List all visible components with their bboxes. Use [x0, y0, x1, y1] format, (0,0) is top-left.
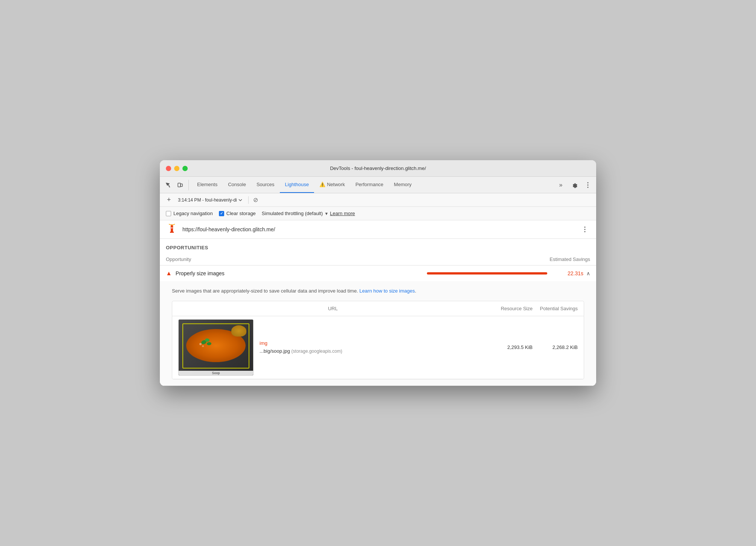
savings-value: 22.31s	[553, 270, 583, 276]
opportunity-title: Properly size images	[176, 270, 427, 276]
svg-point-12	[584, 229, 586, 230]
more-options-button[interactable]	[583, 180, 593, 190]
window-title: DevTools - foul-heavenly-direction.glitc…	[330, 165, 426, 171]
settings-button[interactable]	[569, 180, 580, 190]
tab-sources[interactable]: Sources	[251, 177, 280, 193]
table-header: Opportunity Estimated Savings	[160, 253, 596, 265]
main-content: https://foul-heavenly-direction.glitch.m…	[160, 220, 596, 386]
device-toolbar-button[interactable]	[175, 180, 185, 190]
opportunity-col-header: Opportunity	[166, 256, 534, 262]
resource-size-value: 2,293.5 KiB	[487, 344, 533, 350]
svg-point-3	[587, 184, 589, 185]
learn-how-link[interactable]: Learn how to size images	[360, 288, 415, 294]
page-url: https://foul-heavenly-direction.glitch.m…	[182, 226, 575, 232]
soup-image: Soop	[179, 320, 253, 375]
svg-point-11	[584, 227, 586, 228]
resource-size-col-header: Resource Size	[487, 306, 533, 311]
tab-network[interactable]: ⚠️ Network	[314, 177, 350, 193]
traffic-lights	[166, 166, 188, 171]
svg-rect-10	[172, 227, 173, 229]
close-button[interactable]	[166, 166, 171, 171]
warning-triangle-icon: ▲	[166, 270, 172, 277]
inner-table-header: URL Resource Size Potential Savings	[172, 301, 584, 316]
inspect-element-button[interactable]	[163, 180, 173, 190]
tab-performance[interactable]: Performance	[350, 177, 389, 193]
throttling-select[interactable]: Simulated throttling (default) ▼ Learn m…	[262, 211, 355, 216]
options-bar: Legacy navigation ✓ Clear storage Simula…	[160, 207, 596, 220]
svg-rect-7	[170, 232, 174, 233]
highlight-box	[182, 323, 249, 369]
url-col-header: URL	[178, 306, 487, 311]
minimize-button[interactable]	[174, 166, 179, 171]
html-tag-label: img	[260, 340, 487, 346]
row-url-section: img ...big/soop.jpg (storage.googleapis.…	[260, 340, 487, 354]
opportunities-section-header: OPPORTUNITIES	[160, 239, 596, 253]
opportunity-row-header[interactable]: ▲ Properly size images 22.31s ∧	[160, 265, 596, 281]
svg-point-4	[587, 187, 589, 188]
maximize-button[interactable]	[182, 166, 188, 171]
tab-lighthouse[interactable]: Lighthouse	[280, 177, 314, 193]
add-session-button[interactable]: +	[164, 196, 173, 205]
svg-rect-1	[181, 184, 182, 187]
url-menu-button[interactable]	[580, 224, 590, 235]
secondary-toolbar: + 3:14:14 PM - foul-heavenly-di ⊘	[160, 193, 596, 207]
toolbar-icons	[163, 180, 189, 190]
image-details-table: URL Resource Size Potential Savings	[172, 301, 584, 379]
svg-point-13	[584, 231, 586, 232]
table-row: Soop img ...big/soop.jpg (storage	[172, 316, 584, 379]
separator	[248, 196, 249, 204]
svg-point-2	[587, 182, 589, 183]
throttle-arrow-icon: ▼	[324, 211, 328, 216]
more-tabs-button[interactable]: »	[556, 180, 566, 190]
image-domain: (storage.googleapis.com)	[291, 349, 342, 354]
tab-console[interactable]: Console	[223, 177, 251, 193]
estimated-savings-col-header: Estimated Savings	[534, 256, 590, 262]
url-bar: https://foul-heavenly-direction.glitch.m…	[160, 220, 596, 239]
clear-storage-checkbox[interactable]: ✓ Clear storage	[219, 211, 256, 216]
opportunity-detail: Serve images that are appropriately-size…	[160, 281, 596, 385]
no-entry-icon[interactable]: ⊘	[253, 196, 258, 203]
lighthouse-logo-icon	[166, 223, 178, 235]
legacy-nav-checkbox-box	[166, 211, 171, 216]
devtools-toolbar: Elements Console Sources Lighthouse ⚠️ N…	[160, 177, 596, 193]
savings-bar	[427, 272, 547, 275]
potential-savings-value: 2,268.2 KiB	[533, 344, 578, 350]
tab-elements[interactable]: Elements	[192, 177, 223, 193]
svg-line-9	[172, 224, 175, 225]
svg-line-8	[169, 224, 172, 225]
legacy-navigation-checkbox[interactable]: Legacy navigation	[166, 211, 213, 216]
tabs-list: Elements Console Sources Lighthouse ⚠️ N…	[192, 177, 556, 193]
opportunity-description: Serve images that are appropriately-size…	[172, 287, 584, 295]
network-warning-icon: ⚠️	[319, 182, 325, 187]
toolbar-right: »	[556, 180, 593, 190]
potential-savings-col-header: Potential Savings	[533, 306, 578, 311]
title-bar: DevTools - foul-heavenly-direction.glitc…	[160, 160, 596, 177]
session-selector[interactable]: 3:14:14 PM - foul-heavenly-di	[176, 197, 244, 203]
image-filename: ...big/soop.jpg (storage.googleapis.com)	[260, 348, 342, 354]
image-thumbnail: Soop	[178, 319, 254, 376]
learn-more-link[interactable]: Learn more	[330, 211, 355, 216]
clear-storage-checkbox-box: ✓	[219, 211, 224, 216]
opportunity-row-images: ▲ Properly size images 22.31s ∧ Serve im…	[160, 265, 596, 386]
savings-bar-container	[427, 272, 547, 275]
svg-rect-0	[178, 183, 181, 187]
tab-memory[interactable]: Memory	[389, 177, 417, 193]
devtools-window: DevTools - foul-heavenly-direction.glitc…	[160, 160, 596, 386]
expand-chevron-icon[interactable]: ∧	[586, 270, 590, 276]
